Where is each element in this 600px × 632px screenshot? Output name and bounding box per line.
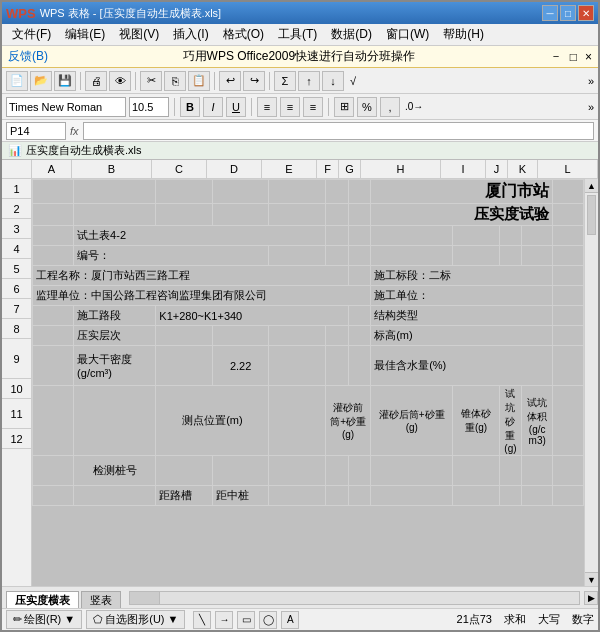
cell-d8[interactable] <box>212 326 269 346</box>
cell-g1[interactable] <box>348 180 371 204</box>
text-tool[interactable]: A <box>281 611 299 629</box>
align-center-button[interactable]: ≡ <box>280 97 300 117</box>
cell-g2[interactable] <box>348 204 371 226</box>
cell-l1[interactable] <box>553 180 584 204</box>
col-header-a[interactable]: A <box>32 160 72 178</box>
cell-b10[interactable] <box>74 386 156 456</box>
cell-l8[interactable] <box>553 326 584 346</box>
print-button[interactable]: 🖨 <box>85 71 107 91</box>
col-header-i[interactable]: I <box>441 160 486 178</box>
ellipse-tool[interactable]: ◯ <box>259 611 277 629</box>
menu-data[interactable]: 数据(D) <box>325 24 378 45</box>
cell-d2[interactable] <box>212 204 269 226</box>
cell-h8-merged[interactable]: 标高(m) <box>371 326 553 346</box>
align-right-button[interactable]: ≡ <box>303 97 323 117</box>
undo-button[interactable]: ↩ <box>219 71 241 91</box>
cell-l11[interactable] <box>553 456 584 486</box>
cell-b8[interactable]: 压实层次 <box>74 326 156 346</box>
cell-l7[interactable] <box>553 306 584 326</box>
col-header-l[interactable]: L <box>538 160 598 178</box>
col-header-e[interactable]: E <box>262 160 317 178</box>
cell-a3[interactable] <box>33 226 74 246</box>
cell-d12[interactable]: 距中桩 <box>212 486 269 506</box>
scroll-down-button[interactable]: ▼ <box>585 572 598 586</box>
cell-g11[interactable] <box>348 456 371 486</box>
comma-button[interactable]: , <box>380 97 400 117</box>
cell-c12[interactable]: 距路槽 <box>156 486 213 506</box>
col-header-k[interactable]: K <box>508 160 538 178</box>
cell-j11[interactable] <box>499 456 522 486</box>
info-max-btn[interactable]: □ <box>570 50 577 64</box>
col-header-j[interactable]: J <box>486 160 508 178</box>
cell-b7[interactable]: 施工路段 <box>74 306 156 326</box>
sheet-tab-inactive[interactable]: 竖表 <box>81 591 121 609</box>
open-button[interactable]: 📂 <box>30 71 52 91</box>
cell-a8[interactable] <box>33 326 74 346</box>
row-num-6[interactable]: 6 <box>2 279 31 299</box>
info-close-btn[interactable]: × <box>585 50 592 64</box>
copy-button[interactable]: ⎘ <box>164 71 186 91</box>
cell-c7-merged[interactable]: K1+280~K1+340 <box>156 306 348 326</box>
cell-f9[interactable] <box>325 346 348 386</box>
cell-e9[interactable] <box>269 346 326 386</box>
cell-g5[interactable] <box>348 266 371 286</box>
cell-b1[interactable] <box>74 180 156 204</box>
cell-f2[interactable] <box>325 204 348 226</box>
cell-k4[interactable] <box>522 246 553 266</box>
cell-g8[interactable] <box>348 326 371 346</box>
cell-h1-merged[interactable]: 厦门市站 <box>371 180 553 204</box>
cell-l4[interactable] <box>553 246 584 266</box>
sheet-tab-active[interactable]: 压实度横表 <box>6 591 79 609</box>
cell-b11[interactable]: 检测桩号 <box>74 456 156 486</box>
col-header-f[interactable]: F <box>317 160 339 178</box>
row-num-11[interactable]: 11 <box>2 399 31 429</box>
cell-j3[interactable] <box>499 226 522 246</box>
cell-i12[interactable] <box>453 486 499 506</box>
font-size-input[interactable] <box>129 97 169 117</box>
cell-d9[interactable]: 2.22 <box>212 346 269 386</box>
cell-c9[interactable] <box>156 346 213 386</box>
scroll-right-button[interactable]: ▶ <box>584 591 598 605</box>
menu-insert[interactable]: 插入(I) <box>167 24 214 45</box>
col-header-g[interactable]: G <box>339 160 361 178</box>
sort-asc-button[interactable]: ↑ <box>298 71 320 91</box>
cell-d1[interactable] <box>212 180 269 204</box>
cell-i11[interactable] <box>453 456 499 486</box>
row-num-9[interactable]: 9 <box>2 339 31 379</box>
cell-g4[interactable] <box>348 246 371 266</box>
cell-k11[interactable] <box>522 456 553 486</box>
cell-j12[interactable] <box>499 486 522 506</box>
cell-h5-merged[interactable]: 施工标段：二标 <box>371 266 553 286</box>
cell-a7[interactable] <box>33 306 74 326</box>
cell-h2-merged[interactable]: 压实度试验 <box>371 204 553 226</box>
row-num-8[interactable]: 8 <box>2 319 31 339</box>
cell-a11[interactable] <box>33 456 74 486</box>
row-num-4[interactable]: 4 <box>2 239 31 259</box>
cell-f1[interactable] <box>325 180 348 204</box>
cell-a5-merged[interactable]: 工程名称：厦门市站西三路工程 <box>33 266 349 286</box>
cell-k12[interactable] <box>522 486 553 506</box>
decimal-increase[interactable]: .0→ <box>405 101 423 112</box>
vertical-scrollbar[interactable]: ▲ ▼ <box>584 179 598 586</box>
scroll-up-button[interactable]: ▲ <box>585 179 598 193</box>
font-name-input[interactable] <box>6 97 126 117</box>
cell-b4-merged[interactable]: 编号： <box>74 246 269 266</box>
cell-h3[interactable] <box>371 226 453 246</box>
menu-help[interactable]: 帮助(H) <box>437 24 490 45</box>
cell-a12[interactable] <box>33 486 74 506</box>
scroll-track[interactable] <box>585 193 598 572</box>
cell-g9[interactable] <box>348 346 371 386</box>
row-num-12[interactable]: 12 <box>2 429 31 449</box>
horizontal-scrollbar[interactable] <box>129 591 580 605</box>
feedback-link[interactable]: 反馈(B) <box>8 48 48 65</box>
arrow-tool[interactable]: → <box>215 611 233 629</box>
cell-k10[interactable]: 试坑体积(g/cm3) <box>522 386 553 456</box>
cell-l6[interactable] <box>553 286 584 306</box>
col-header-d[interactable]: D <box>207 160 262 178</box>
cell-a10[interactable] <box>33 386 74 456</box>
rect-tool[interactable]: ▭ <box>237 611 255 629</box>
cell-i10[interactable]: 锥体砂重(g) <box>453 386 499 456</box>
cell-a4[interactable] <box>33 246 74 266</box>
cell-f10-merged[interactable]: 灌砂前筒+砂重(g) <box>325 386 370 456</box>
cell-a2[interactable] <box>33 204 74 226</box>
